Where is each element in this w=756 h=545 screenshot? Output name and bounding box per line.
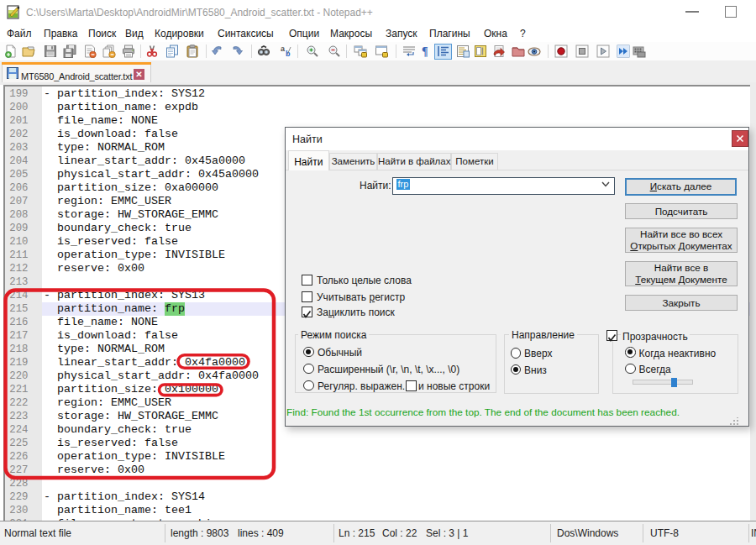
svg-text:b: b xyxy=(286,50,291,58)
svg-text:¶: ¶ xyxy=(422,45,428,58)
